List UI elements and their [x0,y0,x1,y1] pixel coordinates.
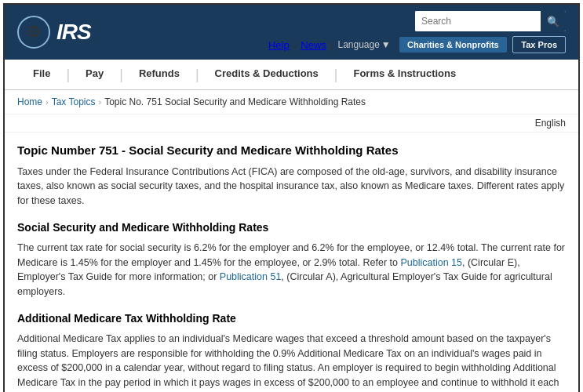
language-text: English [535,118,566,129]
page-title: Topic Number 751 - Social Security and M… [17,142,566,160]
spacer [392,39,398,51]
search-button[interactable]: 🔍 [541,11,566,31]
breadcrumb-home[interactable]: Home [17,96,42,107]
irs-logo-circle: ⚙ [17,16,50,49]
breadcrumb-arrow1: › [46,97,49,107]
breadcrumb-current: Topic No. 751 Social Security and Medica… [104,96,366,107]
nav-forms[interactable]: Forms & Instructions [337,60,472,89]
section1-paragraph: The current tax rate for social security… [17,241,566,299]
nav-credits[interactable]: Credits & Deductions [199,60,334,89]
section2-paragraph: Additional Medicare Tax applies to an in… [17,332,566,392]
header-right: 🔍 Help | News | Language ▼ Charities & N… [268,11,566,53]
pub51-link[interactable]: Publication 51 [220,271,282,282]
nav-file[interactable]: File [17,60,66,89]
site-header: ⚙ IRS 🔍 Help | News | Language ▼ Chariti… [5,5,578,60]
help-link[interactable]: Help [268,39,290,51]
nav-refunds[interactable]: Refunds [123,60,195,89]
main-content: Topic Number 751 - Social Security and M… [5,132,578,392]
divider1: | [291,39,300,51]
divider2: | [328,39,337,51]
language-selector[interactable]: Language ▼ [337,39,390,50]
header-links: Help | News | Language ▼ Charities & Non… [268,36,566,53]
intro-paragraph: Taxes under the Federal Insurance Contri… [17,165,566,209]
section1-heading: Social Security and Medicare Withholding… [17,220,566,236]
nav-pay[interactable]: Pay [70,60,119,89]
language-label: Language [337,39,379,50]
irs-wordmark: IRS [56,20,91,45]
charities-button[interactable]: Charities & Nonprofits [399,37,507,53]
irs-logo: ⚙ IRS [17,16,91,49]
breadcrumb-tax-topics[interactable]: Tax Topics [52,96,96,107]
search-input[interactable] [415,11,541,31]
eagle-icon: ⚙ [26,22,42,42]
chevron-down-icon: ▼ [381,39,391,50]
news-link[interactable]: News [301,39,326,51]
main-nav: File | Pay | Refunds | Credits & Deducti… [5,60,578,90]
pub15-link[interactable]: Publication 15 [400,257,462,268]
breadcrumb-arrow2: › [99,97,102,107]
spacer2 [508,39,512,51]
language-indicator: English [5,114,578,132]
section2-heading: Additional Medicare Tax Withholding Rate [17,310,566,327]
tax-pros-button[interactable]: Tax Pros [512,36,566,53]
breadcrumb: Home › Tax Topics › Topic No. 751 Social… [5,90,578,114]
search-bar[interactable]: 🔍 [415,11,566,31]
